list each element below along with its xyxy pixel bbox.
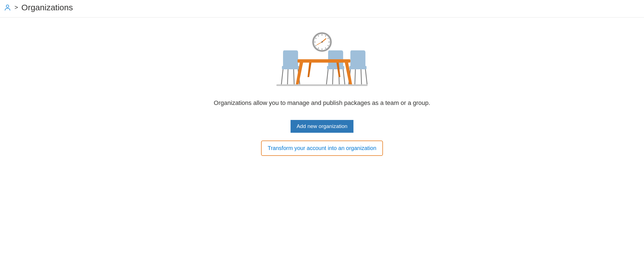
page-title: Organizations (21, 3, 73, 12)
transform-account-button[interactable]: Transform your account into an organizat… (261, 141, 383, 156)
svg-marker-36 (308, 63, 311, 77)
svg-rect-1 (276, 84, 368, 86)
svg-line-21 (287, 69, 288, 84)
svg-point-0 (6, 5, 9, 8)
chevron-right-icon: > (14, 4, 18, 11)
svg-line-31 (355, 69, 355, 84)
add-new-organization-button[interactable]: Add new organization (291, 120, 354, 133)
svg-line-30 (365, 69, 367, 84)
svg-line-22 (294, 69, 294, 84)
svg-rect-18 (282, 66, 299, 69)
org-description: Organizations allow you to manage and pu… (214, 99, 430, 107)
meeting-room-illustration (276, 31, 368, 87)
svg-line-26 (333, 69, 333, 84)
main-content: Organizations allow you to manage and pu… (0, 18, 644, 156)
svg-rect-28 (349, 66, 367, 69)
svg-line-32 (361, 69, 362, 84)
svg-rect-23 (327, 66, 344, 69)
breadcrumb: > Organizations (0, 0, 644, 18)
svg-line-25 (343, 69, 345, 84)
svg-line-24 (326, 69, 328, 84)
svg-rect-33 (298, 59, 350, 63)
user-icon[interactable] (4, 4, 11, 11)
svg-line-19 (281, 69, 283, 84)
svg-point-17 (321, 41, 323, 43)
